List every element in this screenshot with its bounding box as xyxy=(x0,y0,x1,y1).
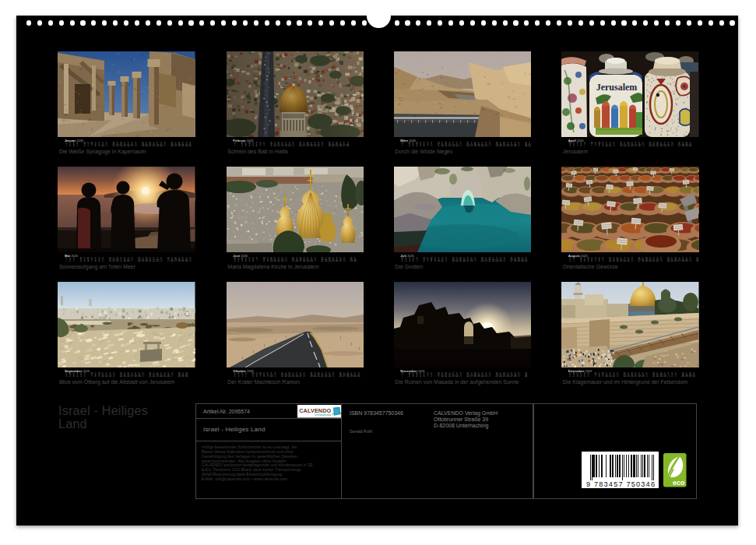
svg-text:eco: eco xyxy=(673,479,685,487)
svg-text:Der Kalenderverlag: Der Kalenderverlag xyxy=(315,413,331,417)
svg-text:9 783457 750346: 9 783457 750346 xyxy=(586,480,655,487)
svg-text:Jerusalem: Jerusalem xyxy=(596,82,638,93)
